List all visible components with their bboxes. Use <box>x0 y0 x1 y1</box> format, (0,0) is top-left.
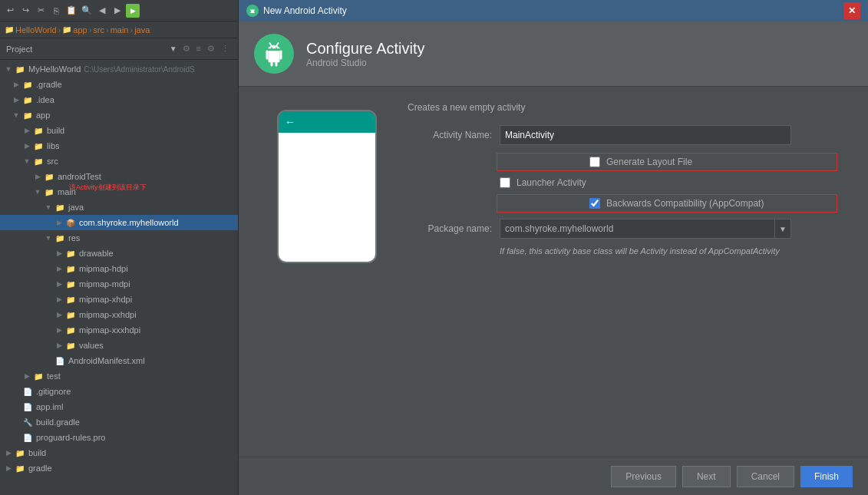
tree-item-package[interactable]: ▶ 📦 com.shyroke.myhelloworld <box>0 215 238 230</box>
breadcrumb-app[interactable]: 📁 app <box>62 25 87 35</box>
phone-frame: ← <box>277 110 377 263</box>
folder-icon: 📁 <box>64 262 77 275</box>
more-icon[interactable]: ⋮ <box>219 43 232 54</box>
backwards-compat-row: Backwards Compatibility (AppCompat) <box>497 194 837 213</box>
tree-item-app[interactable]: ▼ 📁 app <box>0 107 238 123</box>
expand-icon: ▼ <box>3 65 14 73</box>
tree-item-idea[interactable]: ▶ 📁 .idea <box>0 92 238 107</box>
iml-icon: 📄 <box>21 401 34 413</box>
launcher-activity-checkbox[interactable] <box>500 177 510 188</box>
breadcrumb-java[interactable]: java <box>134 25 150 35</box>
dialog-close-button[interactable]: ✕ <box>843 2 860 19</box>
tree-item-java[interactable]: ▼ 📁 java <box>0 200 238 215</box>
redo-icon[interactable]: ↪ <box>18 4 32 18</box>
tree-item-main-wrapper: ▼ 📁 main 该Activity创建到该目录下 <box>0 184 238 200</box>
phone-content <box>279 133 375 262</box>
tree-item-src[interactable]: ▼ 📁 src <box>0 153 238 169</box>
tree-item-mipmap-hdpi[interactable]: ▶ 📁 mipmap-hdpi <box>0 261 238 276</box>
folder-icon: 📁 <box>64 247 77 259</box>
undo-icon[interactable]: ↩ <box>3 4 17 18</box>
cut-icon[interactable]: ✂ <box>34 4 48 18</box>
folder-icon: 📁 <box>43 186 55 198</box>
android-studio-subtitle: Android Studio <box>306 58 425 68</box>
hint-text: If false, this activity base class will … <box>408 246 853 256</box>
tree-item-proguard[interactable]: 📄 proguard-rules.pro <box>0 430 238 445</box>
tree-item-build[interactable]: ▶ 📁 build <box>0 123 238 138</box>
project-label: Project <box>6 45 167 54</box>
folder-icon: 📁 <box>64 309 77 321</box>
folder-icon: 📁 <box>21 109 34 121</box>
tree-item-gradle-hidden[interactable]: ▶ 📁 .gradle <box>0 77 238 92</box>
ide-panel: ↩ ↪ ✂ ⎘ 📋 🔍 ◀ ▶ ▶ 📁 HelloWorld › 📁 app ›… <box>0 0 238 495</box>
activity-name-input[interactable] <box>500 125 791 145</box>
pro-icon: 📄 <box>21 431 34 444</box>
generate-layout-checkbox[interactable] <box>589 157 600 167</box>
settings-icon[interactable]: ⚙ <box>205 43 217 54</box>
search-icon[interactable]: 🔍 <box>80 4 94 18</box>
gradle-icon: 🔧 <box>21 416 34 428</box>
next-button[interactable]: Next <box>682 466 731 487</box>
tree-item-myhelloworld[interactable]: ▼ 📁 MyHelloWorld C:\Users\Administrator\… <box>0 61 238 77</box>
tree-item-app-iml[interactable]: 📄 app.iml <box>0 399 238 414</box>
project-dropdown[interactable]: ▼ <box>170 45 177 53</box>
tree-item-mipmap-xxxhdpi[interactable]: ▶ 📁 mipmap-xxxhdpi <box>0 322 238 338</box>
tree-item-test[interactable]: ▶ 📁 test <box>0 368 238 384</box>
phone-preview: ← <box>239 102 392 449</box>
tree-item-mipmap-xxhdpi[interactable]: ▶ 📁 mipmap-xxhdpi <box>0 307 238 322</box>
folder-icon: 📁 <box>64 278 77 290</box>
folder-icon: 📁 <box>21 78 34 91</box>
tree-item-build-gradle[interactable]: 🔧 build.gradle <box>0 414 238 430</box>
package-name-row: Package name: ▼ <box>408 219 853 239</box>
configure-activity-title: Configure Activity <box>306 40 425 58</box>
tree-item-libs[interactable]: ▶ 📁 libs <box>0 138 238 153</box>
tree-item-gradle-top[interactable]: ▶ 📁 gradle <box>0 460 238 476</box>
folder-icon: 📁 <box>32 155 45 167</box>
tree-item-res[interactable]: ▼ 📁 res <box>0 230 238 246</box>
tree-item-build-top[interactable]: ▶ 📁 build <box>0 445 238 460</box>
finish-button[interactable]: Finish <box>800 466 853 487</box>
breadcrumb: 📁 HelloWorld › 📁 app › src › main › java <box>0 21 238 38</box>
tree-item-values[interactable]: ▶ 📁 values <box>0 338 238 353</box>
previous-button[interactable]: Previous <box>611 466 676 487</box>
cancel-button[interactable]: Cancel <box>737 466 794 487</box>
tree-item-mipmap-xhdpi[interactable]: ▶ 📁 mipmap-xhdpi <box>0 292 238 307</box>
tree-item-gitignore[interactable]: 📄 .gitignore <box>0 384 238 399</box>
breadcrumb-main[interactable]: main <box>111 25 129 35</box>
dialog-header-text: Configure Activity Android Studio <box>306 40 425 68</box>
svg-point-0 <box>271 47 272 48</box>
sync-icon[interactable]: ⚙ <box>180 43 193 54</box>
package-name-label: Package name: <box>408 223 492 234</box>
gitignore-icon: 📄 <box>21 385 34 398</box>
package-name-input[interactable] <box>500 219 774 239</box>
backwards-compat-checkbox[interactable] <box>589 198 600 209</box>
activity-name-label: Activity Name: <box>408 130 492 140</box>
toolbar: ↩ ↪ ✂ ⎘ 📋 🔍 ◀ ▶ ▶ <box>0 0 238 21</box>
tree-item-androidtest[interactable]: ▶ 📁 androidTest <box>0 169 238 184</box>
run-icon[interactable]: ▶ <box>126 4 140 18</box>
paste-icon[interactable]: 📋 <box>64 4 78 18</box>
tree-item-drawable[interactable]: ▶ 📁 drawable <box>0 246 238 261</box>
tree-item-main[interactable]: ▼ 📁 main <box>0 184 238 200</box>
generate-layout-label: Generate Layout File <box>606 157 692 167</box>
dialog-footer: Previous Next Cancel Finish <box>239 457 868 495</box>
folder-icon: 📁 <box>21 94 34 106</box>
breadcrumb-src[interactable]: src <box>93 25 104 35</box>
collapse-icon[interactable]: ≡ <box>194 43 203 54</box>
backwards-compat-wrapper: Backwards Compatibility (AppCompat) 要勾选。… <box>408 194 853 213</box>
copy-icon[interactable]: ⎘ <box>49 4 63 18</box>
back-icon[interactable]: ◀ <box>95 4 109 18</box>
dialog-logo-icon <box>246 5 259 17</box>
android-logo <box>254 34 294 74</box>
folder-icon: 📁 <box>64 293 77 305</box>
package-dropdown-button[interactable]: ▼ <box>774 219 791 239</box>
package-input-wrapper: ▼ <box>500 219 791 239</box>
forward-icon[interactable]: ▶ <box>111 4 124 18</box>
phone-statusbar: ← <box>279 111 375 133</box>
dialog: New Android Activity ✕ Configure Activit… <box>238 0 868 495</box>
tree-item-mipmap-mdpi[interactable]: ▶ 📁 mipmap-mdpi <box>0 276 238 292</box>
breadcrumb-helloworld[interactable]: 📁 HelloWorld <box>5 25 57 35</box>
form-area: Creates a new empty activity Activity Na… <box>392 102 868 449</box>
generate-layout-row: Generate Layout File <box>497 153 837 171</box>
backwards-compat-label: Backwards Compatibility (AppCompat) <box>606 198 764 209</box>
tree-item-androidmanifest[interactable]: 📄 AndroidManifest.xml <box>0 353 238 368</box>
